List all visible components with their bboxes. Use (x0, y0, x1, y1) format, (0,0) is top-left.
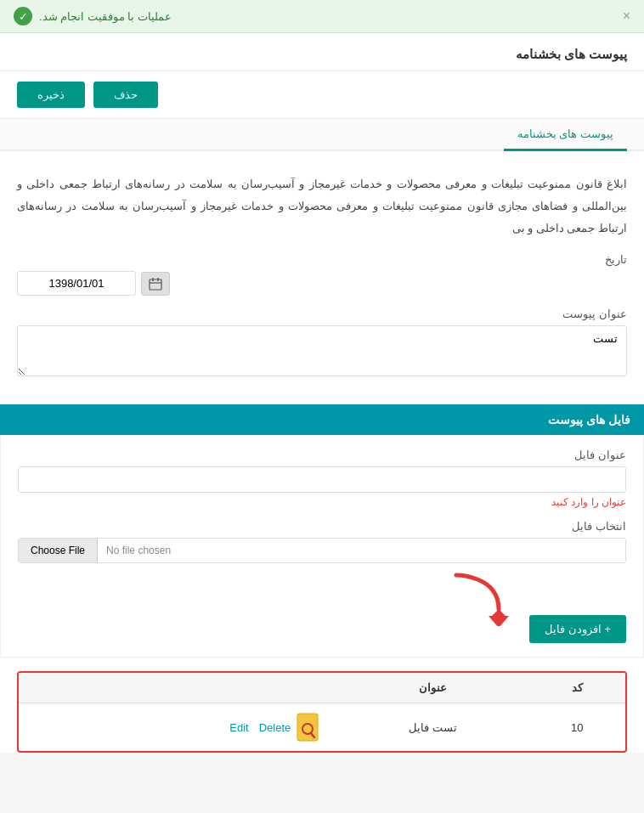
file-select-group: انتخاب فایل No file chosen Choose File (18, 520, 626, 563)
success-bar: × عملیات با موفقیت انجام شد. ✓ (0, 0, 644, 33)
date-input[interactable] (17, 271, 136, 296)
files-section-header: فایل های پیوست (0, 404, 644, 435)
table-header-row: کد عنوان (19, 673, 625, 703)
save-button[interactable]: ذخیره (17, 82, 85, 108)
calendar-button[interactable] (141, 272, 170, 296)
attachment-title-input[interactable]: تست (17, 325, 627, 376)
description-text: ابلاغ قانون ممنوعیت تبلیغات و معرفی محصو… (17, 165, 627, 253)
file-input-row: No file chosen Choose File (18, 538, 626, 563)
toolbar: حذف ذخیره (0, 71, 644, 119)
page-header: پیوست های بخشنامه (0, 33, 644, 71)
file-title-error: عنوان را وارد کنید (18, 496, 626, 508)
col-header-title: عنوان (336, 673, 528, 703)
success-message: عملیات با موفقیت انجام شد. ✓ (14, 7, 172, 25)
edit-link[interactable]: Edit (229, 721, 248, 734)
svg-rect-0 (150, 279, 161, 290)
delete-button[interactable]: حذف (93, 82, 158, 108)
files-table-section: کد عنوان 10 تست فایل Delete Edit (17, 671, 627, 753)
file-title-input[interactable] (18, 466, 626, 493)
page-title: پیوست های بخشنامه (17, 47, 627, 62)
red-arrow-icon (448, 567, 516, 626)
attachment-title-group: عنوان پیوست تست (17, 308, 627, 379)
svg-marker-5 (489, 616, 509, 626)
file-icon (294, 712, 325, 742)
tab-attachments[interactable]: پیوست های بخشنامه (504, 119, 627, 151)
cell-title: تست فایل (336, 703, 528, 752)
file-title-label: عنوان فایل (18, 449, 626, 461)
date-field-group: تاریخ (17, 253, 627, 296)
close-success-button[interactable]: × (623, 9, 630, 23)
cell-actions: Delete Edit (19, 703, 336, 751)
files-section: فایل های پیوست عنوان فایل عنوان را وارد … (0, 404, 644, 658)
files-section-body: عنوان فایل عنوان را وارد کنید انتخاب فای… (0, 435, 644, 658)
arrow-add-section: + افزودن فایل (18, 575, 626, 643)
form-section: ابلاغ قانون ممنوعیت تبلیغات و معرفی محصو… (0, 151, 644, 404)
page-container: پیوست های بخشنامه حذف ذخیره پیوست های بخ… (0, 33, 644, 753)
col-header-actions (19, 673, 336, 703)
file-title-group: عنوان فایل عنوان را وارد کنید (18, 449, 626, 508)
tab-bar: پیوست های بخشنامه (0, 119, 644, 151)
calendar-icon (149, 277, 162, 291)
attachment-title-label: عنوان پیوست (17, 308, 627, 320)
file-no-chosen: No file chosen (98, 539, 625, 562)
success-check-icon: ✓ (14, 7, 32, 25)
table-row: 10 تست فایل Delete Edit (19, 703, 625, 752)
date-input-wrapper (17, 271, 627, 296)
file-select-label: انتخاب فایل (18, 520, 626, 533)
delete-link[interactable]: Delete (259, 721, 291, 734)
cell-code: 10 (528, 703, 625, 752)
success-text: عملیات با موفقیت انجام شد. (39, 10, 172, 23)
date-label: تاریخ (17, 253, 627, 266)
add-file-button[interactable]: + افزودن فایل (529, 615, 626, 643)
col-header-code: کد (528, 673, 625, 703)
choose-file-button[interactable]: Choose File (19, 539, 98, 562)
files-table: کد عنوان 10 تست فایل Delete Edit (19, 673, 625, 751)
